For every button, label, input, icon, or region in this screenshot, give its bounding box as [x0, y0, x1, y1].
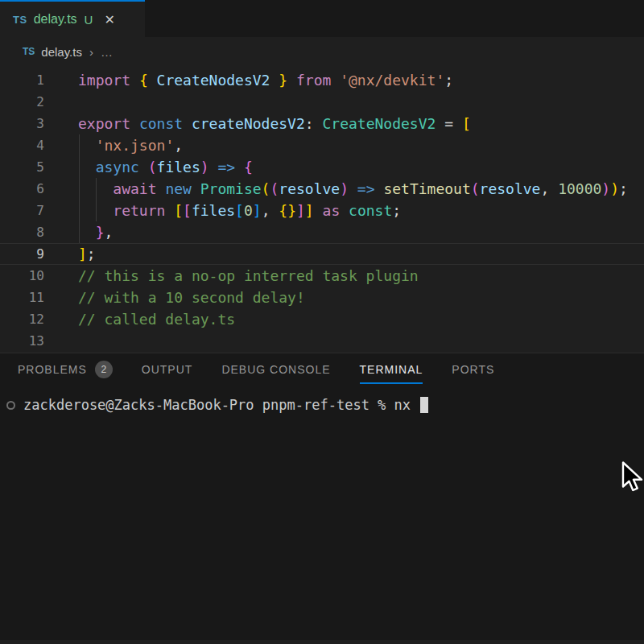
- code-line[interactable]: 12// called delay.ts: [0, 308, 644, 330]
- code-line[interactable]: 10// this is a no-op interred task plugi…: [0, 265, 644, 287]
- line-number: 12: [0, 308, 44, 330]
- vscode-window: TS delay.ts U ✕ TS delay.ts › … 1import …: [0, 0, 644, 644]
- panel-tab-debug-console[interactable]: DEBUG CONSOLE: [221, 353, 330, 386]
- code-text: // this is a no-op interred task plugin: [78, 265, 419, 287]
- panel-tab-label: OUTPUT: [142, 355, 193, 384]
- command-decoration-icon: [6, 401, 15, 410]
- panel-tab-output[interactable]: OUTPUT: [142, 353, 193, 386]
- terminal-prompt: zackderose@Zacks-MacBook-Pro pnpm-ref-te…: [23, 397, 419, 413]
- line-number: 8: [0, 221, 44, 243]
- chevron-right-icon: ›: [89, 45, 93, 59]
- line-number: 9: [0, 243, 44, 265]
- breadcrumb-symbol-ellipsis[interactable]: …: [101, 45, 114, 59]
- line-number: 3: [0, 113, 44, 134]
- editor-tab-bar: TS delay.ts U ✕: [0, 0, 644, 37]
- code-text: return [[files[0], {}]] as const;: [78, 200, 401, 221]
- code-editor[interactable]: 1import { CreateNodesV2 } from '@nx/devk…: [0, 66, 644, 353]
- code-line[interactable]: 3export const createNodesV2: CreateNodes…: [0, 113, 644, 134]
- problems-count-badge: 2: [95, 361, 113, 378]
- git-untracked-badge: U: [85, 13, 93, 27]
- code-line[interactable]: 1import { CreateNodesV2 } from '@nx/devk…: [0, 69, 644, 91]
- tab-delay-ts[interactable]: TS delay.ts U ✕: [0, 0, 145, 37]
- terminal[interactable]: zackderose@Zacks-MacBook-Pro pnpm-ref-te…: [6, 397, 644, 413]
- terminal-cursor: [420, 397, 428, 413]
- code-text: // with a 10 second delay!: [78, 287, 305, 308]
- code-line[interactable]: 7 return [[files[0], {}]] as const;: [0, 200, 644, 221]
- typescript-file-icon: TS: [13, 14, 27, 26]
- line-number: 10: [0, 265, 44, 287]
- breadcrumb-file[interactable]: delay.ts: [41, 45, 82, 59]
- code-line[interactable]: 2: [0, 91, 644, 113]
- panel-tab-label: TERMINAL: [360, 355, 423, 384]
- line-number: 1: [0, 69, 44, 91]
- panel-tab-label: PORTS: [452, 355, 494, 384]
- panel-tab-problems[interactable]: PROBLEMS2: [18, 353, 113, 386]
- line-number: 2: [0, 91, 44, 113]
- code-line[interactable]: 11// with a 10 second delay!: [0, 287, 644, 308]
- typescript-file-icon: TS: [23, 46, 35, 57]
- code-line[interactable]: 9];: [0, 243, 644, 265]
- code-text: ];: [78, 243, 96, 265]
- code-line[interactable]: 6 await new Promise((resolve) => setTime…: [0, 178, 644, 200]
- code-text: },: [78, 221, 113, 243]
- code-text: await new Promise((resolve) => setTimeou…: [78, 178, 628, 200]
- close-tab-icon[interactable]: ✕: [104, 12, 114, 27]
- line-number: 11: [0, 287, 44, 308]
- panel-tab-label: PROBLEMS: [18, 355, 87, 384]
- bottom-panel: PROBLEMS2OUTPUTDEBUG CONSOLETERMINALPORT…: [0, 353, 644, 640]
- breadcrumb: TS delay.ts › …: [0, 37, 644, 66]
- line-number: 6: [0, 178, 44, 200]
- panel-tab-bar: PROBLEMS2OUTPUTDEBUG CONSOLETERMINALPORT…: [0, 353, 644, 386]
- code-text: // called delay.ts: [78, 308, 235, 330]
- code-text: async (files) => {: [78, 156, 253, 178]
- code-line[interactable]: 8 },: [0, 221, 644, 243]
- code-line[interactable]: 5 async (files) => {: [0, 156, 644, 178]
- code-line[interactable]: 4 'nx.json',: [0, 134, 644, 156]
- code-line[interactable]: 13: [0, 330, 644, 352]
- panel-tab-terminal[interactable]: TERMINAL: [360, 353, 423, 386]
- code-text: import { CreateNodesV2 } from '@nx/devki…: [78, 69, 453, 91]
- code-text: export const createNodesV2: CreateNodesV…: [78, 113, 471, 134]
- tab-title: delay.ts: [34, 12, 77, 27]
- line-number: 5: [0, 156, 44, 178]
- line-number: 13: [0, 330, 44, 352]
- code-text: 'nx.json',: [78, 134, 183, 156]
- panel-tab-label: DEBUG CONSOLE: [221, 355, 330, 384]
- panel-tab-ports[interactable]: PORTS: [452, 353, 494, 386]
- line-number: 7: [0, 200, 44, 221]
- line-number: 4: [0, 134, 44, 156]
